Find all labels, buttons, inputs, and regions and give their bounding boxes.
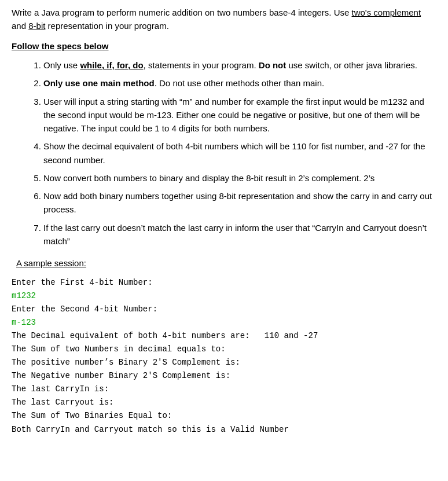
spec1-donot: Do not — [259, 60, 286, 70]
spec-item-4: Show the decimal equivalent of both 4-bi… — [43, 139, 436, 167]
sample-session-label: A sample session: — [12, 257, 436, 270]
terminal-line: The Negative number Binary 2'S Complemen… — [12, 369, 436, 383]
terminal-line: m1232 — [12, 289, 436, 303]
intro-text-middle: and — [12, 21, 28, 31]
terminal-line: Enter the Second 4-bit Number: — [12, 303, 436, 316]
terminal-line: The Sum of two Numbers in decimal equals… — [12, 343, 436, 356]
intro-text-after: representation in your program. — [45, 21, 168, 31]
terminal-line: m-123 — [12, 316, 436, 329]
terminal-line: The Decimal equivalent of both 4-bit num… — [12, 329, 436, 343]
spec1-keywords: while, if, for, do — [80, 60, 143, 70]
intro-paragraph: Write a Java program to perform numeric … — [12, 6, 436, 33]
follow-specs-heading: Follow the specs below — [12, 40, 436, 53]
specs-list: Only use while, if, for, do, statements … — [12, 58, 436, 248]
spec-item-1: Only use while, if, for, do, statements … — [43, 58, 436, 72]
spec4-text: Show the decimal equivalent of both 4-bi… — [43, 141, 425, 164]
terminal-line: The Sum of Two Binaries Equal to: — [12, 409, 436, 423]
terminal-line: Both CarryIn and Carryout match so this … — [12, 423, 436, 436]
spec7-text: If the last carry out doesn’t match the … — [43, 223, 427, 246]
spec-item-7: If the last carry out doesn’t match the … — [43, 221, 436, 248]
terminal-line: Enter the First 4-bit Number: — [12, 276, 436, 289]
8bit-link[interactable]: 8-bit — [28, 21, 45, 31]
spec5-text: Now convert both numbers to binary and d… — [43, 173, 374, 183]
spec2-bold: Only use one main method — [43, 78, 155, 88]
spec3-text: User will input a string starting with “… — [43, 97, 424, 134]
spec1-before: Only use — [43, 60, 80, 70]
terminal-line: The positive number’s Binary 2'S Complem… — [12, 356, 436, 369]
terminal-line: The last Carryout is: — [12, 396, 436, 409]
intro-text-before: Write a Java program to perform numeric … — [12, 8, 352, 17]
terminal-block: Enter the First 4-bit Number:m1232Enter … — [12, 276, 436, 436]
spec-item-2: Only use one main method. Do not use oth… — [43, 76, 436, 90]
spec-item-5: Now convert both numbers to binary and d… — [43, 171, 436, 185]
twos-complement-link[interactable]: two's complement — [352, 8, 421, 17]
terminal-line: The last CarryIn is: — [12, 383, 436, 396]
spec-item-6: Now add both binary numbers together usi… — [43, 189, 436, 216]
spec1-after: , statements in your program. Do not use… — [144, 60, 418, 70]
spec2-after: . Do not use other methods other than ma… — [155, 78, 325, 88]
spec-item-3: User will input a string starting with “… — [43, 95, 436, 135]
spec6-text: Now add both binary numbers together usi… — [43, 191, 432, 214]
